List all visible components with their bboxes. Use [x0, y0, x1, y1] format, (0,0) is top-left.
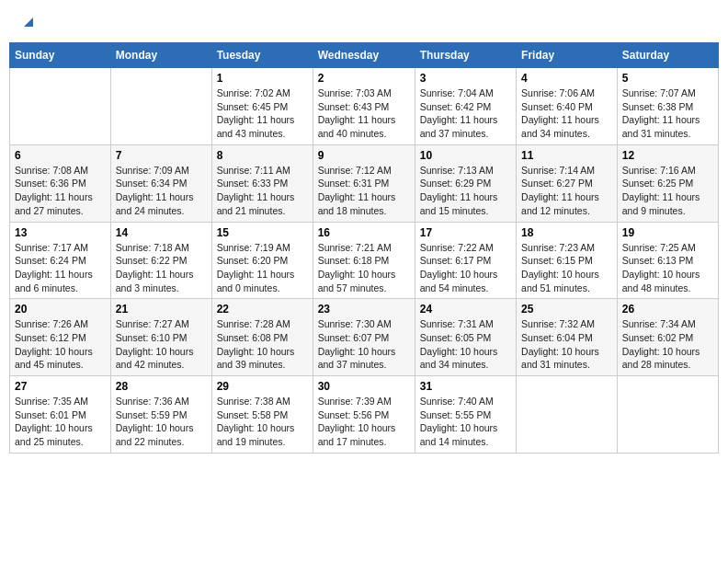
day-detail: Sunrise: 7:34 AM Sunset: 6:02 PM Dayligh…	[622, 317, 713, 372]
day-detail: Sunrise: 7:16 AM Sunset: 6:25 PM Dayligh…	[622, 164, 713, 218]
calendar-cell: 29Sunrise: 7:38 AM Sunset: 5:58 PM Dayli…	[211, 376, 313, 454]
day-detail: Sunrise: 7:35 AM Sunset: 6:01 PM Dayligh…	[15, 395, 106, 449]
calendar-cell: 21Sunrise: 7:27 AM Sunset: 6:10 PM Dayli…	[110, 299, 211, 376]
day-number: 27	[15, 380, 106, 393]
calendar-cell	[617, 376, 718, 454]
day-detail: Sunrise: 7:22 AM Sunset: 6:17 PM Dayligh…	[420, 241, 511, 295]
day-number: 31	[420, 380, 511, 393]
logo	[18, 14, 35, 29]
day-detail: Sunrise: 7:19 AM Sunset: 6:20 PM Dayligh…	[217, 241, 308, 295]
day-number: 6	[15, 149, 106, 162]
day-detail: Sunrise: 7:09 AM Sunset: 6:34 PM Dayligh…	[116, 164, 207, 218]
calendar-cell	[110, 68, 211, 145]
day-number: 18	[521, 226, 612, 239]
calendar-cell: 8Sunrise: 7:11 AM Sunset: 6:33 PM Daylig…	[211, 144, 313, 222]
svg-marker-0	[24, 17, 33, 27]
day-number: 3	[420, 72, 511, 85]
page-header	[9, 9, 719, 33]
calendar-cell: 22Sunrise: 7:28 AM Sunset: 6:08 PM Dayli…	[211, 299, 313, 376]
calendar-cell: 17Sunrise: 7:22 AM Sunset: 6:17 PM Dayli…	[415, 222, 516, 299]
day-number: 22	[217, 303, 308, 316]
day-number: 26	[622, 303, 713, 316]
day-number: 5	[622, 72, 713, 85]
day-number: 7	[116, 149, 207, 162]
calendar-cell: 11Sunrise: 7:14 AM Sunset: 6:27 PM Dayli…	[517, 144, 618, 222]
calendar-cell: 4Sunrise: 7:06 AM Sunset: 6:40 PM Daylig…	[517, 68, 618, 145]
day-number: 20	[15, 303, 106, 316]
day-number: 13	[15, 226, 106, 239]
day-number: 25	[521, 303, 612, 316]
day-detail: Sunrise: 7:06 AM Sunset: 6:40 PM Dayligh…	[521, 86, 612, 141]
day-detail: Sunrise: 7:40 AM Sunset: 5:55 PM Dayligh…	[420, 395, 511, 449]
day-header-thursday: Thursday	[415, 43, 516, 68]
day-detail: Sunrise: 7:23 AM Sunset: 6:15 PM Dayligh…	[521, 241, 612, 295]
day-number: 30	[318, 380, 410, 393]
calendar-cell: 26Sunrise: 7:34 AM Sunset: 6:02 PM Dayli…	[617, 299, 718, 376]
day-number: 17	[420, 226, 511, 239]
day-header-monday: Monday	[110, 43, 211, 68]
day-header-sunday: Sunday	[10, 43, 111, 68]
day-header-friday: Friday	[517, 43, 618, 68]
day-detail: Sunrise: 7:18 AM Sunset: 6:22 PM Dayligh…	[116, 241, 207, 295]
day-detail: Sunrise: 7:25 AM Sunset: 6:13 PM Dayligh…	[622, 241, 713, 295]
day-detail: Sunrise: 7:13 AM Sunset: 6:29 PM Dayligh…	[420, 164, 511, 218]
day-detail: Sunrise: 7:11 AM Sunset: 6:33 PM Dayligh…	[217, 164, 308, 218]
calendar-cell: 1Sunrise: 7:02 AM Sunset: 6:45 PM Daylig…	[211, 68, 313, 145]
calendar-cell: 12Sunrise: 7:16 AM Sunset: 6:25 PM Dayli…	[617, 144, 718, 222]
calendar-cell: 27Sunrise: 7:35 AM Sunset: 6:01 PM Dayli…	[10, 376, 111, 454]
day-header-saturday: Saturday	[617, 43, 718, 68]
calendar-cell: 25Sunrise: 7:32 AM Sunset: 6:04 PM Dayli…	[517, 299, 618, 376]
calendar-cell: 18Sunrise: 7:23 AM Sunset: 6:15 PM Dayli…	[517, 222, 618, 299]
calendar-cell: 23Sunrise: 7:30 AM Sunset: 6:07 PM Dayli…	[313, 299, 415, 376]
calendar-cell: 10Sunrise: 7:13 AM Sunset: 6:29 PM Dayli…	[415, 144, 516, 222]
calendar-cell: 7Sunrise: 7:09 AM Sunset: 6:34 PM Daylig…	[110, 144, 211, 222]
day-detail: Sunrise: 7:38 AM Sunset: 5:58 PM Dayligh…	[217, 395, 308, 449]
day-number: 21	[116, 303, 207, 316]
calendar-cell: 24Sunrise: 7:31 AM Sunset: 6:05 PM Dayli…	[415, 299, 516, 376]
day-detail: Sunrise: 7:04 AM Sunset: 6:42 PM Dayligh…	[420, 86, 511, 141]
day-header-tuesday: Tuesday	[211, 43, 313, 68]
calendar-cell: 15Sunrise: 7:19 AM Sunset: 6:20 PM Dayli…	[211, 222, 313, 299]
day-detail: Sunrise: 7:08 AM Sunset: 6:36 PM Dayligh…	[15, 164, 106, 218]
day-detail: Sunrise: 7:07 AM Sunset: 6:38 PM Dayligh…	[622, 86, 713, 141]
day-detail: Sunrise: 7:36 AM Sunset: 5:59 PM Dayligh…	[116, 395, 207, 449]
calendar-cell: 16Sunrise: 7:21 AM Sunset: 6:18 PM Dayli…	[313, 222, 415, 299]
day-number: 29	[217, 380, 308, 393]
day-number: 24	[420, 303, 511, 316]
day-detail: Sunrise: 7:14 AM Sunset: 6:27 PM Dayligh…	[521, 164, 612, 218]
calendar-cell: 2Sunrise: 7:03 AM Sunset: 6:43 PM Daylig…	[313, 68, 415, 145]
day-number: 11	[521, 149, 612, 162]
day-detail: Sunrise: 7:26 AM Sunset: 6:12 PM Dayligh…	[15, 317, 106, 372]
day-number: 14	[116, 226, 207, 239]
day-number: 9	[318, 149, 410, 162]
calendar-cell: 20Sunrise: 7:26 AM Sunset: 6:12 PM Dayli…	[10, 299, 111, 376]
day-detail: Sunrise: 7:31 AM Sunset: 6:05 PM Dayligh…	[420, 317, 511, 372]
day-number: 4	[521, 72, 612, 85]
day-number: 1	[217, 72, 308, 85]
day-detail: Sunrise: 7:17 AM Sunset: 6:24 PM Dayligh…	[15, 241, 106, 295]
calendar-cell: 14Sunrise: 7:18 AM Sunset: 6:22 PM Dayli…	[110, 222, 211, 299]
calendar-cell: 19Sunrise: 7:25 AM Sunset: 6:13 PM Dayli…	[617, 222, 718, 299]
calendar-cell: 30Sunrise: 7:39 AM Sunset: 5:56 PM Dayli…	[313, 376, 415, 454]
day-number: 10	[420, 149, 511, 162]
day-detail: Sunrise: 7:39 AM Sunset: 5:56 PM Dayligh…	[318, 395, 410, 449]
day-number: 19	[622, 226, 713, 239]
day-number: 16	[318, 226, 410, 239]
calendar-cell: 13Sunrise: 7:17 AM Sunset: 6:24 PM Dayli…	[10, 222, 111, 299]
day-detail: Sunrise: 7:02 AM Sunset: 6:45 PM Dayligh…	[217, 86, 308, 141]
calendar-cell: 3Sunrise: 7:04 AM Sunset: 6:42 PM Daylig…	[415, 68, 516, 145]
calendar-cell	[10, 68, 111, 145]
calendar-cell: 5Sunrise: 7:07 AM Sunset: 6:38 PM Daylig…	[617, 68, 718, 145]
day-number: 12	[622, 149, 713, 162]
day-detail: Sunrise: 7:21 AM Sunset: 6:18 PM Dayligh…	[318, 241, 410, 295]
day-number: 28	[116, 380, 207, 393]
day-detail: Sunrise: 7:03 AM Sunset: 6:43 PM Dayligh…	[318, 86, 410, 141]
day-header-wednesday: Wednesday	[313, 43, 415, 68]
day-number: 8	[217, 149, 308, 162]
day-number: 23	[318, 303, 410, 316]
calendar-cell: 6Sunrise: 7:08 AM Sunset: 6:36 PM Daylig…	[10, 144, 111, 222]
day-detail: Sunrise: 7:12 AM Sunset: 6:31 PM Dayligh…	[318, 164, 410, 218]
calendar-cell: 9Sunrise: 7:12 AM Sunset: 6:31 PM Daylig…	[313, 144, 415, 222]
day-detail: Sunrise: 7:27 AM Sunset: 6:10 PM Dayligh…	[116, 317, 207, 372]
calendar-table: SundayMondayTuesdayWednesdayThursdayFrid…	[9, 42, 719, 454]
